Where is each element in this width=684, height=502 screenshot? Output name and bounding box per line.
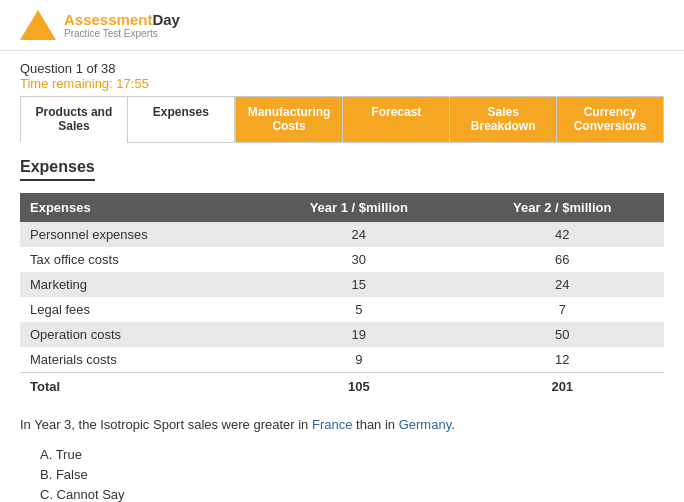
tab-currency-conversions[interactable]: CurrencyConversions [556,96,664,143]
table-total-row: Total 105 201 [20,373,664,401]
row-year1: 15 [257,272,460,297]
tab-bar: Products andSales Expenses Manufacturing… [0,96,684,143]
row-label: Marketing [20,272,257,297]
logo-sub: Practice Test Experts [64,28,180,39]
table-header-row: Expenses Year 1 / $million Year 2 / $mil… [20,193,664,222]
section-title: Expenses [20,158,95,181]
question-number: Question 1 of 38 [20,61,664,76]
table-row: Operation costs1950 [20,322,664,347]
total-year1: 105 [257,373,460,401]
answer-options: A. TrueB. FalseC. Cannot Say [20,447,664,502]
table-row: Legal fees57 [20,297,664,322]
answer-option[interactable]: C. Cannot Say [40,487,664,502]
row-year2: 66 [461,247,664,272]
row-year1: 9 [257,347,460,373]
tab-manufacturing-costs[interactable]: ManufacturingCosts [235,96,343,143]
tab-products-sales[interactable]: Products andSales [20,96,127,143]
col-header-expenses: Expenses [20,193,257,222]
row-year2: 42 [461,222,664,247]
table-row: Marketing1524 [20,272,664,297]
header: AssessmentDay Practice Test Experts [0,0,684,51]
logo-brand-highlight: Assessment [64,11,152,28]
time-label: Time remaining: [20,76,113,91]
row-year2: 7 [461,297,664,322]
col-header-year1: Year 1 / $million [257,193,460,222]
time-value: 17:55 [116,76,149,91]
logo-brand: AssessmentDay [64,11,180,28]
total-year2: 201 [461,373,664,401]
time-remaining: Time remaining: 17:55 [20,76,664,91]
row-year2: 24 [461,272,664,297]
expense-table: Expenses Year 1 / $million Year 2 / $mil… [20,193,664,400]
table-body: Personnel expenses2442Tax office costs30… [20,222,664,373]
table-row: Materials costs912 [20,347,664,373]
table-row: Tax office costs3066 [20,247,664,272]
row-year1: 24 [257,222,460,247]
main-content: Expenses Expenses Year 1 / $million Year… [0,153,684,502]
logo-text: AssessmentDay Practice Test Experts [64,11,180,39]
tab-sales-breakdown[interactable]: SalesBreakdown [449,96,556,143]
row-label: Materials costs [20,347,257,373]
logo-icon [20,10,56,40]
row-year1: 30 [257,247,460,272]
row-year2: 50 [461,322,664,347]
total-label: Total [20,373,257,401]
row-year2: 12 [461,347,664,373]
question-info: Question 1 of 38 Time remaining: 17:55 [0,51,684,96]
question-text: In Year 3, the Isotropic Sport sales wer… [20,415,664,435]
row-label: Personnel expenses [20,222,257,247]
col-header-year2: Year 2 / $million [461,193,664,222]
tab-expenses[interactable]: Expenses [127,96,235,143]
answer-option[interactable]: B. False [40,467,664,482]
table-row: Personnel expenses2442 [20,222,664,247]
row-year1: 5 [257,297,460,322]
row-label: Operation costs [20,322,257,347]
row-label: Legal fees [20,297,257,322]
row-label: Tax office costs [20,247,257,272]
answer-option[interactable]: A. True [40,447,664,462]
tab-forecast[interactable]: Forecast [342,96,449,143]
highlight-france: France [312,417,352,432]
highlight-germany: Germany [399,417,452,432]
row-year1: 19 [257,322,460,347]
